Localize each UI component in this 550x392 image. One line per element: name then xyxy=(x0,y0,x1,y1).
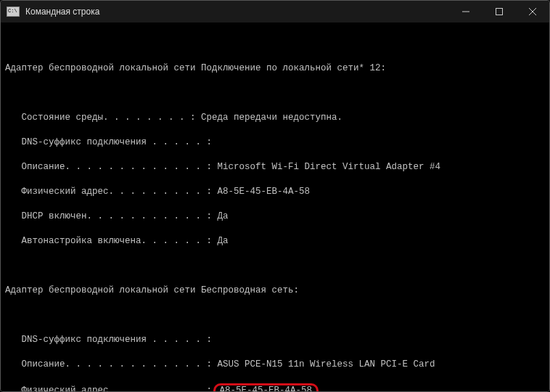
title-bar[interactable]: Командная строка xyxy=(1,1,549,23)
output-line: Физический адрес. . . . . . . . . : A8-5… xyxy=(5,186,545,198)
minimize-button[interactable] xyxy=(449,1,483,23)
command-prompt-window: Командная строка Адаптер беспроводной ло… xyxy=(0,0,550,392)
close-button[interactable] xyxy=(516,1,549,23)
window-controls xyxy=(449,1,549,23)
terminal-output[interactable]: Адаптер беспроводной локальной сети Подк… xyxy=(1,23,549,391)
output-line: DNS-суффикс подключения . . . . . : xyxy=(5,334,545,346)
output-line xyxy=(5,38,545,50)
mac-address-highlight: A8-5E-45-EB-4A-58 xyxy=(213,383,319,391)
adapter-header: Адаптер беспроводной локальной сети Подк… xyxy=(5,62,545,75)
phys-label: Физический адрес. . . . . . . . . : xyxy=(5,385,218,391)
output-line: Автонастройка включена. . . . . . : Да xyxy=(5,235,545,248)
output-line: DNS-суффикс подключения . . . . . : xyxy=(5,136,545,149)
maximize-button[interactable] xyxy=(483,1,516,23)
cmd-icon xyxy=(7,7,20,17)
output-line: DHCP включен. . . . . . . . . . . : Да xyxy=(5,211,545,223)
output-line xyxy=(5,260,545,272)
output-line xyxy=(5,87,545,99)
adapter-header: Адаптер беспроводной локальной сети Бесп… xyxy=(5,285,545,297)
output-line xyxy=(5,309,545,322)
output-line: Состояние среды. . . . . . . . : Среда п… xyxy=(5,112,545,124)
window-title: Командная строка xyxy=(25,7,449,17)
output-line: Описание. . . . . . . . . . . . . : Micr… xyxy=(5,161,545,173)
output-line: Физический адрес. . . . . . . . . : A8-5… xyxy=(5,383,545,391)
svg-rect-1 xyxy=(496,9,503,15)
output-line: Описание. . . . . . . . . . . . . : ASUS… xyxy=(5,359,545,371)
